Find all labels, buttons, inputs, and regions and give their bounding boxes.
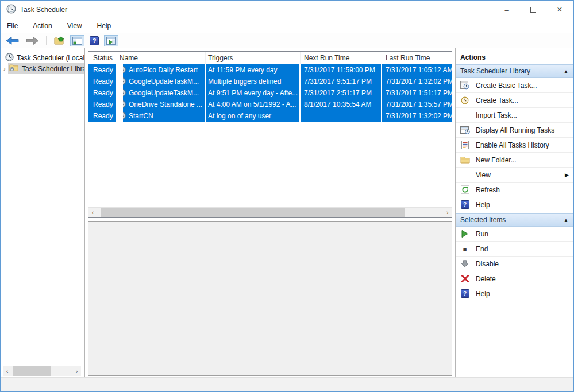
tasks-history-icon [458,141,472,149]
show-action-pane-button[interactable] [104,35,118,46]
cell-next-run-time: 7/31/2017 9:51:17 PM [301,76,382,87]
maximize-button[interactable] [520,1,546,18]
scroll-right-arrow-icon[interactable]: › [443,209,452,216]
column-header-name[interactable]: Name [117,52,206,64]
actions-pane-title: Actions [456,51,573,64]
cell-next-run-time: 7/31/2017 2:51:17 PM [301,87,382,99]
column-header-next-run-time[interactable]: Next Run Time [301,52,382,64]
action-help-selected[interactable]: ? Help [456,286,573,301]
section-header-task-scheduler-library[interactable]: Task Scheduler Library ▲ [456,64,573,78]
menu-help[interactable]: Help [97,22,111,30]
action-create-task[interactable]: Create Task... [456,93,573,108]
table-row[interactable]: Ready AutoPico Daily Restart At 11:59 PM… [88,64,452,76]
action-view[interactable]: View ▶ [456,168,573,183]
table-header: Status Name Triggers Next Run Time Last … [88,52,452,64]
expand-chevron-icon[interactable]: › [1,65,8,73]
menu-view[interactable]: View [67,22,82,30]
action-display-all-running-tasks[interactable]: Display All Running Tasks [456,123,573,138]
tree-selected-item[interactable]: Task Scheduler Library [8,63,85,74]
action-label: Run [476,230,488,238]
menu-bar: File Action View Help [1,18,573,33]
action-enable-all-tasks-history[interactable]: Enable All Tasks History [456,138,573,153]
menu-action[interactable]: Action [33,22,52,30]
submenu-arrow-icon: ▶ [565,172,569,178]
cell-status: Ready [88,76,117,87]
maximize-icon [530,7,536,13]
scroll-left-arrow-icon[interactable]: ‹ [88,209,97,216]
tree-item-task-scheduler-library[interactable]: › Task Scheduler Library [1,63,84,74]
status-bar [1,377,573,391]
table-row[interactable]: Ready GoogleUpdateTaskM... At 9:51 PM ev… [88,87,452,99]
task-name-text: GoogleUpdateTaskM... [129,89,199,97]
action-create-basic-task[interactable]: Create Basic Task... [456,78,573,93]
create-basic-task-icon [458,81,472,90]
column-header-last-run-time[interactable]: Last Run Time [382,52,452,64]
delete-icon [458,275,472,282]
console-tree-pane: Task Scheduler (Local) › Task Scheduler … [1,48,85,377]
back-button[interactable] [5,36,21,46]
action-import-task[interactable]: Import Task... [456,108,573,123]
action-label: New Folder... [476,156,517,164]
collapse-arrow-icon[interactable]: ▲ [564,218,568,223]
scroll-right-arrow-icon[interactable]: › [72,368,81,375]
tree-item-label: Task Scheduler (Local) [17,54,85,62]
scrollbar-thumb[interactable] [13,366,51,376]
cell-triggers: At 4:00 AM on 5/1/1992 - A... [206,99,301,110]
close-button[interactable]: × [546,1,573,18]
action-label: Create Task... [476,96,518,104]
action-label: Display All Running Tasks [476,126,554,134]
action-run[interactable]: Run [456,227,573,242]
tree-horizontal-scrollbar[interactable]: ‹ › [3,366,81,376]
cell-name: AutoPico Daily Restart [117,64,206,76]
table-row[interactable]: Ready StartCN At log on of any user 7/31… [88,110,452,122]
task-preview-pane [88,221,452,376]
cell-triggers: At log on of any user [206,110,301,122]
task-clock-icon [118,112,126,121]
scroll-left-arrow-icon[interactable]: ‹ [3,368,11,375]
action-help-library[interactable]: ? Help [456,197,573,212]
show-console-tree-button[interactable] [70,35,84,46]
menu-file[interactable]: File [7,22,18,30]
tree-item-label: Task Scheduler Library [22,65,85,73]
table-row[interactable]: Ready OneDrive Standalone ... At 4:00 AM… [88,99,452,110]
scrollbar-track[interactable] [97,208,443,217]
scrollbar-track[interactable] [11,366,72,376]
action-end[interactable]: ■ End [456,242,573,257]
task-clock-icon [118,100,126,110]
end-icon: ■ [458,246,472,253]
title-bar: Task Scheduler – × [1,1,573,18]
action-disable[interactable]: Disable [456,257,573,271]
task-name-text: AutoPico Daily Restart [129,66,198,74]
action-label: Refresh [476,186,500,194]
new-folder-icon [458,156,472,164]
list-horizontal-scrollbar[interactable]: ‹ › [88,207,452,217]
action-label: View [476,171,491,179]
task-clock-icon [118,77,126,87]
help-icon: ? [90,36,99,45]
cell-triggers: At 11:59 PM every day [206,64,301,76]
action-delete[interactable]: Delete [456,271,573,286]
main-pane: Status Name Triggers Next Run Time Last … [88,51,452,377]
scrollbar-thumb[interactable] [101,208,405,217]
help-button[interactable]: ? [88,35,101,46]
tree-item-task-scheduler-local[interactable]: Task Scheduler (Local) [1,52,84,63]
section-header-label: Task Scheduler Library [460,67,530,75]
clock-icon [5,53,14,63]
collapse-arrow-icon[interactable]: ▲ [564,69,568,74]
up-folder-button[interactable] [52,35,67,46]
task-name-text: OneDrive Standalone ... [129,100,202,108]
action-label: Help [476,290,490,298]
cell-name: GoogleUpdateTaskM... [117,76,206,87]
action-refresh[interactable]: Help Refresh [456,183,573,197]
minimize-button[interactable]: – [494,1,520,18]
column-header-status[interactable]: Status [88,52,117,64]
table-row[interactable]: Ready GoogleUpdateTaskM... Multiple trig… [88,76,452,87]
section-header-selected-items[interactable]: Selected Items ▲ [456,213,573,227]
forward-button[interactable] [24,36,40,46]
action-new-folder[interactable]: New Folder... [456,153,573,168]
column-header-triggers[interactable]: Triggers [206,52,301,64]
statusbar-divider [545,379,545,390]
action-label: Enable All Tasks History [476,141,549,149]
cell-name: OneDrive Standalone ... [117,99,206,110]
help-icon: ? [458,289,472,298]
